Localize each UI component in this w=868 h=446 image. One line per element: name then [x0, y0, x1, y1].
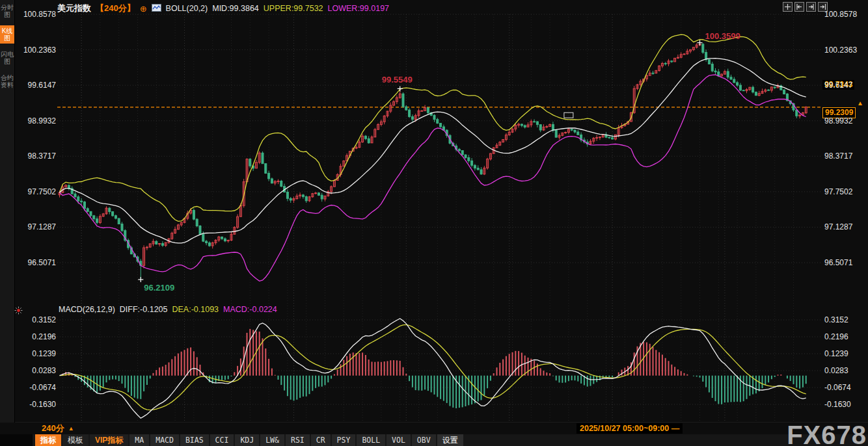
price-axis-label-left: 98.3717: [16, 151, 56, 161]
fit-left-axis-icon[interactable]: [794, 2, 804, 12]
boll-lower-value: LOWER:99.0197: [328, 4, 390, 13]
toolbar-tab-CR[interactable]: CR: [311, 434, 331, 446]
price-axis-label-left: 97.1287: [16, 222, 56, 231]
macd-macd-value: MACD:-0.0224: [223, 305, 277, 314]
price-axis-label-right: 97.7502: [824, 187, 852, 196]
macd-axis-label-left: -0.1630: [16, 400, 56, 409]
macd-axis-label-right: 0.3152: [824, 315, 848, 324]
toolbar-tab-MACD[interactable]: MACD: [150, 434, 179, 446]
date-axis-row: 09/1209/2210/0110/1010/2011/07: [0, 423, 868, 434]
price-axis-label-right: 97.1287: [824, 222, 852, 231]
macd-axis-label-left: 0.1239: [16, 349, 56, 358]
macd-axis-label-right: -0.1630: [824, 400, 851, 409]
price-chart[interactable]: 99.5549100.359996.2109: [0, 0, 868, 446]
selected-range-label: 2025/10/27 05:00~09:00 —: [576, 423, 683, 434]
price-axis-label-right: 96.5071: [824, 258, 852, 267]
macd-dea-value: DEA:-0.1093: [172, 305, 219, 314]
price-axis-label-right: 98.3717: [824, 151, 852, 161]
price-annotation: 100.3599: [705, 31, 740, 41]
sidebar-tab-0[interactable]: 分时图: [0, 2, 14, 20]
boll-mid-value: MID:99.3864: [212, 4, 259, 13]
toolbar-tab-BOLL[interactable]: BOLL: [357, 434, 385, 446]
period-selector[interactable]: 240分 ▲: [42, 423, 74, 434]
toolbar-tab-VOL[interactable]: VOL: [387, 434, 411, 446]
price-axis-label-left: 99.6147: [16, 81, 56, 90]
toolbar-tab-LW&[interactable]: LW&: [260, 434, 284, 446]
price-axis-label-right: 100.2363: [824, 46, 857, 55]
toolbar-tab-PSY[interactable]: PSY: [332, 434, 356, 446]
sidebar-tab-1[interactable]: K线图: [0, 25, 14, 44]
macd-name: MACD(26,12,9): [59, 305, 115, 314]
macd-axis-label-right: 0.0283: [824, 366, 848, 375]
macd-diff-value: DIFF:-0.1205: [120, 305, 168, 314]
watermark: FX678: [787, 421, 867, 446]
toolbar-tab-OBV[interactable]: OBV: [412, 434, 436, 446]
chart-application: 99.5549100.359996.2109 分时图K线图闪电图合约资料 美元指…: [0, 0, 868, 446]
macd-axis-label-right: 0.1239: [824, 349, 848, 358]
period-value: 240分: [42, 423, 64, 434]
sidebar-tab-2[interactable]: 闪电图: [0, 49, 14, 67]
price-axis-label-right: 98.9932: [824, 116, 852, 125]
sidebar: 分时图K线图闪电图合约资料: [0, 0, 15, 425]
toolbar-tab-VIP指标[interactable]: VIP指标: [90, 434, 128, 446]
price-axis-label-left: 96.5071: [16, 258, 56, 267]
add-indicator-icon[interactable]: ⊕: [140, 4, 147, 14]
price-axis-label-left: 100.2363: [16, 46, 56, 55]
price-axis-label-right: 100.8578: [824, 10, 857, 19]
crosshair-icon[interactable]: [783, 2, 793, 12]
macd-axis-label-right: 0.2196: [824, 332, 848, 341]
bottom-toolbar: 指标模板VIP指标MAMACDBIASCCIKDJLW&RSICRPSYBOLL…: [33, 434, 868, 446]
toolbar-tab-设置[interactable]: 设置: [437, 434, 463, 446]
macd-axis-label-left: -0.0674: [16, 383, 56, 392]
price-axis-label-left: 100.8578: [16, 10, 56, 19]
toolbar-tab-MA[interactable]: MA: [129, 434, 149, 446]
macd-legend: MACD(26,12,9) DIFF:-0.1205 DEA:-0.1093 M…: [59, 305, 277, 314]
toolbar-tab-CCI[interactable]: CCI: [210, 434, 234, 446]
macd-axis-label-left: 0.0283: [16, 366, 56, 375]
toolbar-tab-模板[interactable]: 模板: [62, 434, 88, 446]
chart-tool-icons: [783, 2, 828, 12]
fit-right-axis-icon[interactable]: [806, 2, 816, 12]
price-axis-label-left: 97.7502: [16, 187, 56, 196]
price-up-arrow-icon: ▲: [857, 99, 863, 107]
price-annotation: 96.2109: [144, 283, 174, 293]
period-arrow-icon: ▲: [68, 425, 74, 432]
period-label: 【240分】: [96, 3, 135, 14]
macd-axis-label-left: 0.2196: [16, 332, 56, 341]
macd-axis-label-right: -0.0674: [824, 383, 851, 392]
sidebar-tab-3[interactable]: 合约资料: [0, 72, 14, 90]
price-axis-label-right: 99.6147: [824, 81, 852, 90]
chart-type-icon[interactable]: [152, 4, 161, 14]
boll-upper-value: UPPER:99.7532: [264, 4, 323, 13]
price-annotation: 99.5549: [382, 75, 413, 85]
symbol-title: 美元指数: [57, 3, 91, 14]
main-legend: 美元指数 【240分】 ⊕ BOLL(20,2) MID:99.3864 UPP…: [57, 3, 389, 14]
toolbar-tab-KDJ[interactable]: KDJ: [235, 434, 259, 446]
price-axis-label-left: 98.9932: [16, 116, 56, 125]
boll-indicator-label: BOLL(20,2): [166, 4, 208, 13]
macd-axis-label-left: 0.3152: [16, 315, 56, 324]
toolbar-tab-RSI[interactable]: RSI: [286, 434, 310, 446]
toolbar-tab-BIAS[interactable]: BIAS: [180, 434, 209, 446]
toolbar-tab-指标[interactable]: 指标: [35, 434, 61, 446]
